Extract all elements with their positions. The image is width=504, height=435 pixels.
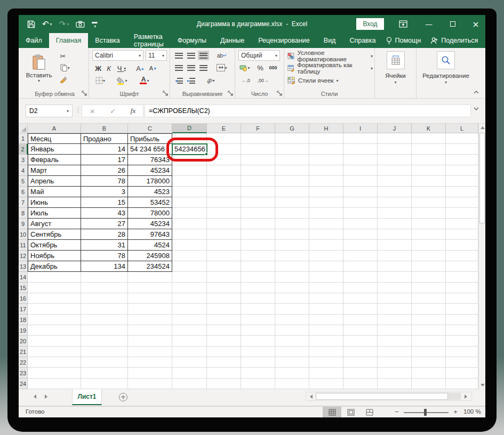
horizontal-scroll-thumb[interactable] (316, 393, 448, 400)
sign-in-button[interactable]: Вход (356, 18, 384, 30)
cell-J4[interactable] (378, 165, 412, 176)
cell-A13[interactable]: Декабрь (28, 261, 81, 272)
cell-K15[interactable] (412, 283, 446, 293)
cell-L12[interactable] (446, 251, 478, 261)
decrease-font-button[interactable]: А▼ (148, 63, 158, 73)
cell-L3[interactable] (446, 155, 478, 165)
cell-H5[interactable] (309, 176, 343, 187)
column-header-K[interactable]: K (412, 124, 446, 133)
row-header-8[interactable]: 8 (19, 208, 28, 219)
cell-D21[interactable] (172, 347, 207, 357)
cell-A3[interactable]: Февраль (28, 155, 81, 165)
cell-F4[interactable] (241, 165, 275, 176)
row-header-12[interactable]: 12 (19, 251, 28, 261)
column-header-G[interactable]: G (275, 124, 309, 133)
cell-F3[interactable] (241, 155, 275, 165)
cell-L14[interactable] (446, 272, 478, 283)
cell-H11[interactable] (309, 240, 343, 251)
format-painter-button[interactable] (57, 75, 69, 84)
align-center-button[interactable] (186, 63, 197, 72)
conditional-formatting-button[interactable]: Условное форматирование ▾ (287, 51, 373, 61)
cell-D17[interactable] (172, 304, 207, 315)
cell-F21[interactable] (241, 347, 275, 357)
cell-D7[interactable] (172, 197, 207, 208)
tab-insert[interactable]: Вставка (88, 33, 126, 48)
cell-A4[interactable]: Март (28, 165, 81, 176)
column-header-J[interactable]: J (378, 124, 412, 133)
cell-A1[interactable]: Месяц (28, 133, 81, 144)
cell-B20[interactable] (81, 336, 128, 347)
maximize-button[interactable] (442, 15, 464, 33)
cell-J1[interactable] (378, 133, 412, 144)
tab-home[interactable]: Главная (49, 33, 89, 48)
accounting-format-button[interactable]: ▾ (237, 63, 252, 72)
cell-E18[interactable] (207, 315, 241, 325)
insert-function-icon[interactable]: fx (131, 107, 135, 115)
row-header-2[interactable]: 2 (19, 144, 28, 155)
cell-G9[interactable] (275, 219, 309, 229)
cell-I20[interactable] (343, 336, 378, 347)
cell-C2[interactable]: 54 234 656 (128, 144, 172, 155)
cell-I6[interactable] (343, 187, 378, 197)
row-header-21[interactable]: 21 (19, 347, 28, 357)
merge-center-button[interactable]: ↔▾ (213, 63, 231, 72)
cell-I13[interactable] (343, 261, 378, 272)
cell-J5[interactable] (378, 176, 412, 187)
cell-E12[interactable] (207, 251, 241, 261)
cell-H21[interactable] (309, 347, 343, 357)
cell-D24[interactable] (172, 378, 207, 389)
cell-C8[interactable]: 78000 (128, 208, 172, 219)
minimize-button[interactable]: — (418, 15, 440, 33)
cell-F15[interactable] (241, 283, 275, 293)
cell-I24[interactable] (343, 378, 378, 389)
cell-D16[interactable] (172, 293, 207, 304)
scroll-down-button[interactable] (479, 381, 485, 389)
cell-C7[interactable]: 53452 (128, 197, 172, 208)
cell-D8[interactable] (172, 208, 207, 219)
cell-J20[interactable] (378, 336, 412, 347)
cell-E11[interactable] (207, 240, 241, 251)
row-header-13[interactable]: 13 (19, 261, 28, 272)
cell-D22[interactable] (172, 357, 207, 368)
close-button[interactable]: × (465, 15, 485, 33)
cell-B13[interactable]: 134 (81, 261, 128, 272)
cell-E8[interactable] (207, 208, 241, 219)
font-name-combo[interactable]: Calibri▾ (92, 50, 143, 61)
cell-J8[interactable] (378, 208, 412, 219)
cell-E20[interactable] (207, 336, 241, 347)
cell-C20[interactable] (128, 336, 172, 347)
cell-F13[interactable] (241, 261, 275, 272)
cell-K18[interactable] (412, 315, 446, 325)
cell-I5[interactable] (343, 176, 378, 187)
expand-formula-bar-button[interactable] (474, 107, 481, 115)
row-header-20[interactable]: 20 (19, 336, 28, 347)
cell-L16[interactable] (446, 293, 478, 304)
cell-J24[interactable] (378, 378, 412, 389)
cell-L11[interactable] (446, 240, 478, 251)
cell-C19[interactable] (128, 325, 172, 336)
cell-G14[interactable] (275, 272, 309, 283)
horizontal-scrollbar[interactable] (306, 392, 472, 401)
cell-G5[interactable] (275, 176, 309, 187)
cell-I1[interactable] (343, 133, 378, 144)
number-dialog-launcher[interactable] (277, 91, 283, 96)
cell-A8[interactable]: Июль (28, 208, 81, 219)
zoom-out-button[interactable]: − (393, 408, 401, 416)
cell-D19[interactable] (172, 325, 207, 336)
cell-L1[interactable] (446, 133, 478, 144)
cell-J10[interactable] (378, 229, 412, 240)
page-break-view-button[interactable] (360, 407, 379, 417)
cell-F9[interactable] (241, 219, 275, 229)
cell-C6[interactable]: 4523 (128, 187, 172, 197)
vertical-scrollbar[interactable] (478, 124, 485, 389)
cell-D15[interactable] (172, 283, 207, 293)
row-header-18[interactable]: 18 (19, 315, 28, 325)
cell-G16[interactable] (275, 293, 309, 304)
cell-D13[interactable] (172, 261, 207, 272)
cell-F5[interactable] (241, 176, 275, 187)
cell-E16[interactable] (207, 293, 241, 304)
cell-G7[interactable] (275, 197, 309, 208)
cell-D6[interactable] (172, 187, 207, 197)
cell-L7[interactable] (446, 197, 478, 208)
underline-button[interactable]: Ч ▾ (115, 63, 129, 73)
